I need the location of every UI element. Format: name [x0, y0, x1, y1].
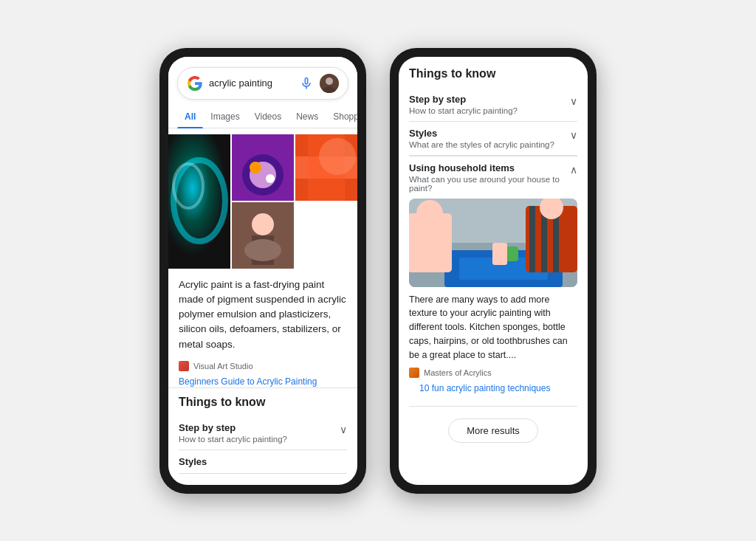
- accordion-content-2: Styles: [179, 456, 207, 467]
- svg-rect-31: [492, 243, 507, 265]
- tab-videos[interactable]: Videos: [247, 106, 289, 128]
- search-bar-area: acrylic painting: [168, 57, 357, 106]
- chevron-down-icon-r2: ∨: [570, 129, 577, 141]
- right-accordion-label-2: Styles: [409, 128, 554, 139]
- tab-news[interactable]: News: [289, 106, 326, 128]
- things-to-know-title: Things to know: [179, 396, 347, 409]
- right-things-to-know-section: Things to know Step by step How to start…: [399, 57, 588, 410]
- chevron-up-icon-r3: ∧: [570, 164, 577, 176]
- svg-point-1: [326, 77, 333, 85]
- accordion-content-1: Step by step How to start acrylic painti…: [179, 422, 287, 444]
- right-things-to-know-title: Things to know: [409, 67, 577, 80]
- svg-point-10: [266, 174, 275, 183]
- svg-point-18: [244, 239, 281, 261]
- article-favicon: [409, 368, 419, 378]
- right-phone-screen: Things to know Step by step How to start…: [399, 57, 588, 485]
- article-text: There are many ways to add more texture …: [409, 293, 577, 362]
- source-row: Visual Art Studio: [168, 358, 357, 374]
- source-link[interactable]: Beginners Guide to Acrylic Painting: [168, 375, 327, 394]
- scene: acrylic painting: [130, 18, 626, 523]
- accordion-label-1: Step by step: [179, 422, 287, 433]
- right-accordion-content-3: Using household items What can you use a…: [409, 162, 570, 193]
- mic-icon[interactable]: [299, 76, 314, 91]
- accordion-header-1[interactable]: Step by step How to start acrylic painti…: [179, 422, 347, 444]
- left-screen-content: acrylic painting: [168, 57, 357, 485]
- right-phone: Things to know Step by step How to start…: [390, 48, 597, 494]
- search-query: acrylic painting: [209, 77, 293, 89]
- svg-point-9: [250, 162, 261, 173]
- search-description: Acrylic paint is a fast-drying paint mad…: [168, 269, 357, 358]
- right-accordion-sub-1: How to start acrylic painting?: [409, 106, 518, 115]
- left-phone-screen: acrylic painting: [168, 57, 357, 485]
- chevron-down-icon-1: ∨: [340, 424, 347, 435]
- article-image: [409, 199, 577, 287]
- right-accordion-header-1[interactable]: Step by step How to start acrylic painti…: [409, 94, 577, 115]
- accordion-sub-1: How to start acrylic painting?: [179, 435, 287, 444]
- right-accordion-styles[interactable]: Styles What are the styles of acrylic pa…: [409, 122, 577, 156]
- right-screen-content: Things to know Step by step How to start…: [399, 57, 588, 485]
- tab-images[interactable]: Images: [203, 106, 247, 128]
- google-logo: [187, 75, 203, 92]
- right-accordion-label-3: Using household items: [409, 162, 570, 173]
- tab-shopping[interactable]: Shopping: [326, 106, 357, 128]
- right-accordion-sub-3: What can you use around your house to pa…: [409, 175, 570, 193]
- tab-all[interactable]: All: [177, 106, 203, 128]
- right-accordion-step-by-step[interactable]: Step by step How to start acrylic painti…: [409, 88, 577, 122]
- image-cell-2[interactable]: [232, 134, 294, 201]
- accordion-expanded-content: There are many ways to add more texture …: [409, 193, 577, 401]
- article-source-name: Masters of Acrylics: [424, 368, 492, 377]
- image-cell-4[interactable]: [232, 202, 294, 269]
- right-accordion-content-2: Styles What are the styles of acrylic pa…: [409, 128, 554, 149]
- chevron-down-icon-r1: ∨: [570, 95, 577, 107]
- svg-point-14: [319, 138, 356, 175]
- source-name: Visual Art Studio: [193, 362, 253, 371]
- right-accordion-household[interactable]: Using household items What can you use a…: [409, 156, 577, 407]
- svg-point-16: [252, 213, 274, 235]
- accordion-step-by-step[interactable]: Step by step How to start acrylic painti…: [179, 416, 347, 450]
- accordion-styles-partial[interactable]: Styles: [179, 450, 347, 474]
- user-avatar[interactable]: [320, 74, 339, 93]
- svg-point-24: [416, 200, 443, 227]
- right-accordion-header-2[interactable]: Styles What are the styles of acrylic pa…: [409, 128, 577, 149]
- accordion-label-2: Styles: [179, 456, 207, 467]
- things-to-know-section: Things to know Step by step How to start…: [168, 388, 357, 477]
- more-results-area: More results: [399, 410, 588, 452]
- nav-tabs: All Images Videos News Shopping: [168, 106, 357, 128]
- svg-rect-26: [529, 206, 535, 272]
- article-source: Masters of Acrylics: [409, 368, 577, 378]
- right-accordion-header-3[interactable]: Using household items What can you use a…: [409, 162, 577, 193]
- source-favicon: [179, 361, 189, 371]
- search-bar[interactable]: acrylic painting: [177, 67, 348, 100]
- right-accordion-label-1: Step by step: [409, 94, 518, 105]
- accordion-header-2[interactable]: Styles: [179, 456, 347, 467]
- image-cell-3[interactable]: [295, 134, 357, 201]
- right-accordion-sub-2: What are the styles of acrylic painting?: [409, 140, 554, 149]
- image-cell-1[interactable]: [168, 134, 230, 269]
- left-phone: acrylic painting: [159, 48, 366, 494]
- image-grid: [168, 134, 357, 269]
- right-accordion-content-1: Step by step How to start acrylic painti…: [409, 94, 518, 115]
- more-results-button[interactable]: More results: [448, 418, 538, 443]
- article-link[interactable]: 10 fun acrylic painting techniques: [409, 382, 560, 401]
